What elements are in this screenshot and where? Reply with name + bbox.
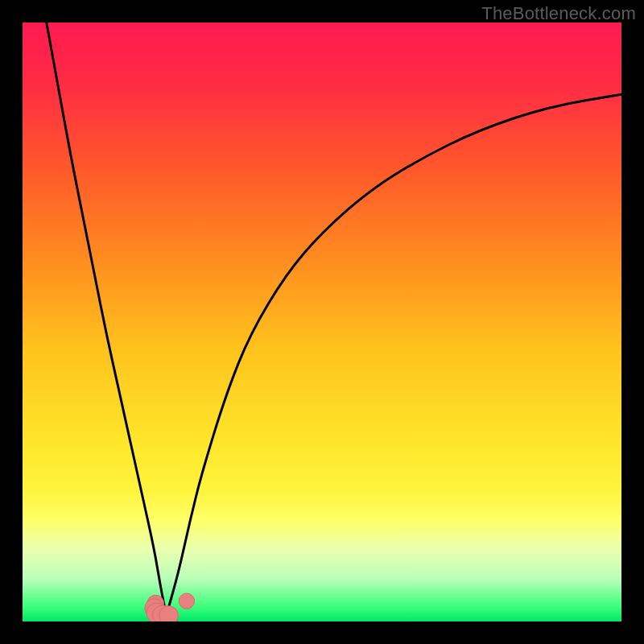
watermark-text: TheBottleneck.com [481, 3, 636, 24]
plot-area [23, 23, 621, 621]
marker-dot [159, 606, 179, 621]
plot-svg [23, 23, 621, 621]
chart-frame: TheBottleneck.com [0, 0, 644, 644]
marker-dot [179, 593, 194, 609]
